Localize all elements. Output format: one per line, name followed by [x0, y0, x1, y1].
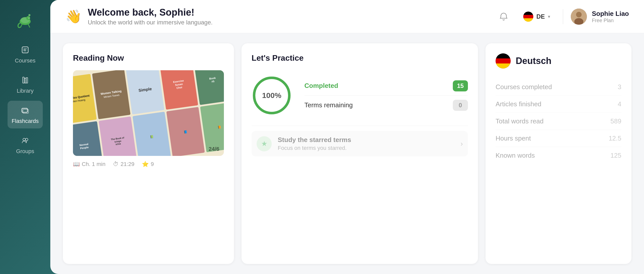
header-right: DE ▾ Sophie Liao Free Plan	[497, 9, 629, 25]
notification-button[interactable]	[497, 10, 511, 24]
user-info: Sophie Liao Free Plan	[592, 10, 629, 23]
stat-value-0: 3	[618, 83, 621, 91]
stats-language-name: Deutsch	[516, 56, 551, 66]
completed-badge: 15	[453, 80, 468, 91]
main-content: 👋 Welcome back, Sophie! Unlock the world…	[50, 0, 644, 274]
svg-rect-31	[496, 63, 511, 68]
stat-label-2: Total words read	[496, 117, 544, 125]
avatar-image	[571, 9, 587, 25]
sidebar-library-label: Library	[17, 88, 33, 94]
header: 👋 Welcome back, Sophie! Unlock the world…	[50, 0, 644, 33]
stat-value-2: 589	[611, 117, 621, 125]
greeting-text-block: Welcome back, Sophie! Unlock the world w…	[88, 7, 213, 26]
svg-rect-20	[523, 15, 533, 18]
user-name: Sophie Liao	[592, 10, 629, 18]
book-5: Book#5	[193, 70, 224, 105]
terms-remaining-row: Terms remaining 0	[304, 96, 468, 115]
practice-divider	[252, 126, 468, 126]
sidebar-item-library[interactable]: Library	[8, 71, 43, 98]
terms-remaining-badge: 0	[453, 100, 468, 111]
sidebar-item-flashcards[interactable]: Flashcards	[8, 101, 43, 128]
study-starred-button[interactable]: ★ Study the starred terms Focus on terms…	[252, 131, 468, 156]
wave-emoji: 👋	[65, 9, 82, 24]
reading-meta-duration: ⏱ 21:29	[113, 161, 134, 167]
stars-value: 9	[151, 161, 154, 167]
header-subtitle: Unlock the world with our immersive lang…	[88, 19, 213, 26]
user-profile[interactable]: Sophie Liao Free Plan	[571, 9, 629, 25]
svg-rect-21	[523, 18, 533, 21]
progress-circle: 100%	[252, 75, 292, 116]
circle-percent-label: 100%	[262, 91, 281, 100]
sidebar-courses-label: Courses	[15, 57, 35, 64]
completed-row: Completed 15	[304, 76, 468, 96]
stat-row-2: Total words read 589	[496, 113, 621, 130]
star-symbol: ★	[261, 140, 267, 148]
svg-rect-10	[23, 77, 24, 83]
practice-title: Let's Practice	[252, 53, 468, 63]
completed-label: Completed	[304, 82, 338, 90]
svg-point-23	[576, 12, 582, 17]
language-code: DE	[536, 13, 545, 20]
stat-value-1: 4	[618, 100, 621, 108]
page-info: 24/6	[209, 146, 219, 152]
practice-circle-area: 100% Completed 15 Terms remaining 0	[252, 70, 468, 121]
stats-rows: Courses completed 3 Articles finished 4 …	[496, 79, 621, 164]
greeting-area: 👋 Welcome back, Sophie! Unlock the world…	[65, 7, 489, 26]
stats-flag-row: Deutsch	[496, 53, 621, 68]
reading-now-title: Reading Now	[73, 53, 224, 63]
book-9: 📘	[166, 107, 205, 156]
language-selector[interactable]: DE ▾	[518, 9, 555, 24]
svg-point-15	[23, 138, 25, 141]
app-logo	[15, 10, 35, 30]
avatar	[571, 9, 587, 25]
stat-row-3: Hours spent 12.5	[496, 130, 621, 147]
stats-de-flag	[496, 53, 511, 68]
svg-rect-19	[523, 12, 533, 15]
book-7: The Book ofIchigoIchie	[99, 116, 137, 156]
stat-label-3: Hours spent	[496, 134, 531, 142]
sidebar-item-courses[interactable]: Courses	[8, 40, 43, 68]
book-3: Simple	[126, 70, 164, 115]
book-6: NormalPeople	[73, 121, 103, 156]
terms-remaining-label: Terms remaining	[304, 101, 353, 109]
svg-point-8	[28, 14, 30, 16]
duration-value: 21:29	[120, 161, 134, 167]
svg-line-6	[28, 24, 30, 27]
reading-meta-stars: ⭐ 9	[142, 161, 154, 167]
groups-icon	[20, 135, 31, 146]
sidebar: Courses Library Flashcards	[0, 0, 50, 274]
svg-rect-11	[24, 78, 26, 83]
chevron-right-icon: ›	[461, 140, 463, 148]
star-icon: ⭐	[142, 161, 149, 167]
study-starred-title: Study the starred terms	[278, 136, 455, 144]
reading-now-card: Reading Now The Kiss QuotientHelen Hoang…	[63, 43, 234, 264]
flashcards-icon	[20, 105, 31, 116]
stat-label-4: Known words	[496, 152, 535, 159]
book-8: 📗	[133, 112, 171, 156]
sidebar-item-groups[interactable]: Groups	[8, 131, 43, 159]
user-plan: Free Plan	[592, 18, 629, 23]
duration-icon: ⏱	[113, 161, 118, 167]
study-starred-text: Study the starred terms Focus on terms y…	[278, 136, 455, 151]
stat-row-4: Known words 125	[496, 147, 621, 164]
stat-label-1: Articles finished	[496, 100, 541, 108]
stat-row-1: Articles finished 4	[496, 96, 621, 113]
stat-value-3: 12.5	[609, 134, 621, 142]
book-2: Women TalkingMiriam Toews	[92, 70, 131, 119]
study-starred-subtitle: Focus on terms you starred.	[278, 145, 455, 151]
sidebar-flashcards-label: Flashcards	[12, 118, 39, 124]
header-greeting: Welcome back, Sophie!	[88, 7, 213, 18]
stats-card: Deutsch Courses completed 3 Articles fin…	[486, 43, 631, 264]
practice-stats: Completed 15 Terms remaining 0	[304, 76, 468, 115]
svg-rect-29	[496, 53, 511, 58]
book-shelf[interactable]: The Kiss QuotientHelen Hoang Women Talki…	[73, 70, 224, 156]
stat-label-0: Courses completed	[496, 83, 552, 91]
svg-line-5	[21, 24, 22, 27]
svg-rect-12	[26, 78, 28, 83]
sidebar-groups-label: Groups	[16, 148, 34, 155]
reading-meta: 📖 Ch. 1 min ⏱ 21:29 ⭐ 9	[73, 161, 224, 167]
svg-point-16	[25, 138, 28, 141]
svg-rect-30	[496, 58, 511, 63]
chevron-down-icon: ▾	[548, 14, 550, 19]
de-flag	[523, 12, 533, 22]
